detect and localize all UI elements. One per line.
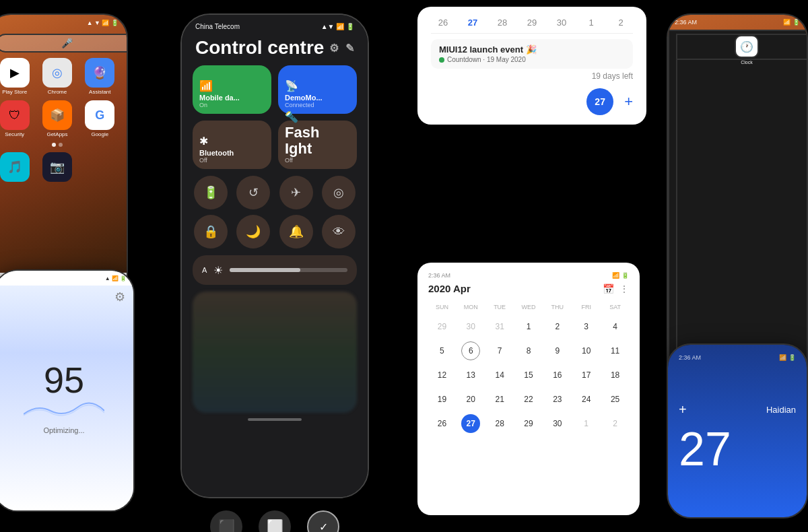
btn-square[interactable]: ⬛ xyxy=(210,510,242,532)
phone-bottom-left: ▲ 📶 🔋 ⚙ 95 Optimizing... xyxy=(0,269,135,512)
calendar-top: 26 27 28 29 30 1 2 MIUI12 launch event 🎉… xyxy=(417,7,646,125)
cc-blur-area xyxy=(193,292,357,413)
cal-day-27-active: 27 xyxy=(461,414,480,433)
flashlight-icon: 🔦 xyxy=(285,110,350,123)
cal-event-box[interactable]: MIUI12 launch event 🎉 Countdown · 19 May… xyxy=(431,39,633,69)
bottom-buttons: ⬛ ⬜ ✓ xyxy=(180,510,369,532)
cal-week-5: 26 27 28 29 30 1 2 xyxy=(428,411,629,436)
cal-week-2: 5 6 7 8 9 10 11 xyxy=(428,339,629,363)
cal-day-2: 2 xyxy=(609,18,633,28)
phone-left: ▲ ▼ 📶 🔋 🎤 ▶ Play Store ◎ Chrome 🔮 Assist… xyxy=(0,13,128,310)
cal-add-button[interactable]: + xyxy=(624,93,633,110)
cal-divider xyxy=(431,33,633,34)
cc-small-tiles-2: 🔒 🌙 🔔 👁 xyxy=(182,215,368,248)
cal-main-status: 2:36 AM 📶 🔋 xyxy=(428,272,629,279)
cc-row-2: ✱ Bluetooth Off 🔦 FashIght Off xyxy=(193,121,357,169)
br-status-bar: 2:36 AM 📶 🔋 xyxy=(679,352,796,364)
cal-week-3: 12 13 14 15 16 17 18 xyxy=(428,363,629,387)
cc-tile-mobile-data[interactable]: 📶 Mobile da... On xyxy=(193,65,271,114)
cal-event-title: MIUI12 launch event 🎉 xyxy=(439,44,625,55)
cal-main-icons: 📅 ⋮ xyxy=(603,284,629,294)
brightness-fill xyxy=(230,268,300,272)
br-big-number: 27 xyxy=(679,426,796,473)
cal-main-header: 2020 Apr 📅 ⋮ xyxy=(428,283,629,294)
cal-day-29: 29 xyxy=(520,18,544,28)
opt-wave-svg xyxy=(24,401,104,421)
cc-toggle-moon[interactable]: 🌙 xyxy=(236,215,270,248)
settings-icon[interactable]: ⚙ xyxy=(329,42,339,55)
wifi-icon: 📡 xyxy=(285,79,350,92)
cal-days-left: 19 days left xyxy=(431,71,633,81)
bl-status-bar: ▲ 📶 🔋 xyxy=(0,271,133,286)
carrier-label: China Telecom xyxy=(195,23,240,30)
br-location: Haidian xyxy=(766,405,796,415)
cc-toggle-bell[interactable]: 🔔 xyxy=(279,215,313,248)
cc-tiles: 📶 Mobile da... On 📡 DemoMo... Connected … xyxy=(182,65,368,169)
br-top-row: + Haidian xyxy=(679,402,796,418)
settings-gear-icon[interactable]: ⚙ xyxy=(114,290,125,304)
cc-tile-flashlight[interactable]: 🔦 FashIght Off xyxy=(278,121,357,169)
cc-title-icons: ⚙ ✎ xyxy=(329,42,354,55)
btn-done[interactable]: ✓ xyxy=(307,510,339,532)
app-music[interactable]: 🎵 xyxy=(0,152,33,183)
cal-week-1: 29 30 31 1 2 3 4 xyxy=(428,314,629,339)
app-chrome[interactable]: ◎ Chrome xyxy=(38,58,75,95)
right-status-bar: 2:36 AM 📶 🔋 xyxy=(668,15,807,30)
cc-brightness-row: A ☀ xyxy=(193,255,357,285)
cal-bottom-row: 27 + xyxy=(586,88,633,115)
cal-day-26: 26 xyxy=(431,18,455,28)
cc-status-bar: China Telecom ▲▼ 📶 🔋 xyxy=(182,15,368,33)
br-plus-button[interactable]: + xyxy=(679,402,687,418)
cal-more-icon[interactable]: ⋮ xyxy=(619,284,629,294)
cc-home-indicator xyxy=(248,418,302,421)
app-security[interactable]: 🛡 Security xyxy=(0,100,33,137)
cal-main-title: 2020 Apr xyxy=(428,283,471,294)
app-assistant[interactable]: 🔮 Assistant xyxy=(81,58,119,95)
cal-day-27-blue: 27 xyxy=(461,18,485,28)
cal-day-28: 28 xyxy=(490,18,514,28)
cc-toggle-lock[interactable]: 🔒 xyxy=(194,215,228,248)
bluetooth-icon: ✱ xyxy=(199,135,265,147)
mobile-data-icon: 📶 xyxy=(199,79,265,92)
app-camera[interactable]: 📷 xyxy=(38,152,75,183)
opt-number: 95 xyxy=(44,362,84,398)
app-google[interactable]: G Google xyxy=(81,100,119,137)
mic-icon: 🎤 xyxy=(61,38,73,48)
calendar-main: 2:36 AM 📶 🔋 2020 Apr 📅 ⋮ SUN MON TUE WED… xyxy=(417,263,640,515)
cc-row-1: 📶 Mobile da... On 📡 DemoMo... Connected xyxy=(193,65,357,114)
cal-event-sub: Countdown · 19 May 2020 xyxy=(439,56,625,63)
left-search-bar[interactable]: 🎤 xyxy=(0,34,127,53)
phone-bottom-right: 2:36 AM 📶 🔋 + Haidian 27 xyxy=(667,343,808,519)
left-status-bar: ▲ ▼ 📶 🔋 xyxy=(0,15,127,31)
sun-icon: ☀ xyxy=(213,264,223,277)
brightness-track[interactable] xyxy=(230,268,347,272)
left-app-grid-2: 🎵 📷 xyxy=(0,152,127,183)
cal-top-week: 26 27 28 29 30 1 2 xyxy=(431,18,633,28)
cc-tile-wifi[interactable]: 📡 DemoMo... Connected xyxy=(278,65,357,114)
left-app-grid: ▶ Play Store ◎ Chrome 🔮 Assistant 🛡 Secu… xyxy=(0,58,127,137)
cc-small-tiles-1: 🔋 ↺ ✈ ◎ xyxy=(182,176,368,209)
cc-toggle-refresh[interactable]: ↺ xyxy=(236,176,270,209)
cc-toggle-battery[interactable]: 🔋 xyxy=(194,176,228,209)
app-getapps[interactable]: 📦 GetApps xyxy=(38,100,75,137)
cal-today-button[interactable]: 27 xyxy=(586,88,613,115)
cc-toggle-airplane[interactable]: ✈ xyxy=(279,176,313,209)
cc-toggle-eye[interactable]: ◎ xyxy=(322,176,356,209)
control-centre-title: Control centre xyxy=(195,37,324,59)
page-dots xyxy=(0,143,127,147)
cal-week-4: 19 20 21 22 23 24 25 xyxy=(428,387,629,411)
br-content: + Haidian 27 xyxy=(679,364,796,510)
cc-tile-bluetooth[interactable]: ✱ Bluetooth Off xyxy=(193,121,271,169)
cal-grid-icon[interactable]: 📅 xyxy=(603,284,614,294)
btn-circle[interactable]: ⬜ xyxy=(259,510,291,532)
cc-toggle-vision[interactable]: 👁 xyxy=(322,215,356,248)
app-play-store[interactable]: ▶ Play Store xyxy=(0,58,33,95)
font-a-small: A xyxy=(202,266,207,274)
flashlight-label: FashIght xyxy=(285,125,350,157)
cal-day-1: 1 xyxy=(579,18,603,28)
cc-title-bar: Control centre ⚙ ✎ xyxy=(182,33,368,65)
edit-icon[interactable]: ✎ xyxy=(345,42,354,55)
cal-week-headers: SUN MON TUE WED THU FRI SAT xyxy=(428,300,629,314)
cal-day-6-circle: 6 xyxy=(461,341,480,360)
optimization-screen: ⚙ 95 Optimizing... xyxy=(0,286,133,510)
